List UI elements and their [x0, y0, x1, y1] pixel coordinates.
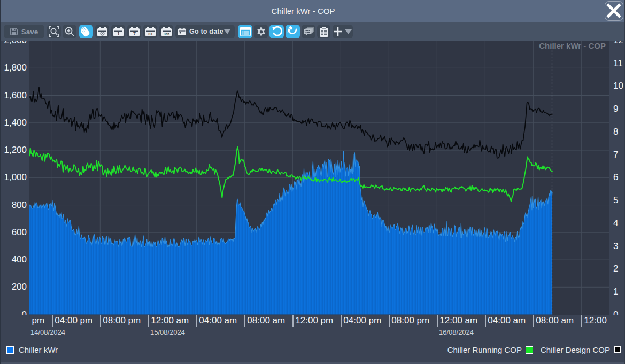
svg-text:365: 365: [164, 32, 169, 35]
svg-text:31: 31: [148, 31, 153, 36]
svg-text:7: 7: [133, 30, 135, 36]
svg-text:1: 1: [117, 30, 119, 36]
